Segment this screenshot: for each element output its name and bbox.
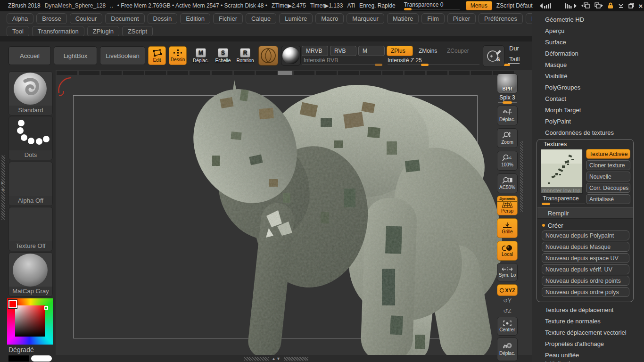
spix-knob[interactable] [503, 101, 512, 104]
section-visibilite[interactable]: Visibilité [545, 73, 567, 81]
section-morph-target[interactable]: Morph Target [545, 107, 581, 115]
antialiased-button[interactable]: Antialiasé [586, 194, 630, 204]
xyz-rotate-button[interactable]: XYZ [497, 284, 518, 296]
color-picker[interactable] [7, 298, 53, 345]
actual-size-button[interactable]: x1 100% [497, 151, 518, 171]
persp-button[interactable]: Dynamic Persp [497, 196, 518, 215]
menu-item-dessin[interactable]: Dessin [148, 13, 178, 24]
new-from-uv-check-button[interactable]: Nouveau depuis vérif. UV [542, 264, 629, 274]
zscript-status[interactable]: ZScript Défaut [496, 2, 533, 9]
section-deformation[interactable]: Déformation [545, 50, 578, 58]
taille-slider[interactable]: Taill [509, 56, 520, 63]
menu-item-calque[interactable]: Calque [246, 13, 276, 24]
durete-slider[interactable]: Dur [509, 45, 519, 52]
m-button[interactable]: M [358, 46, 385, 56]
tray-resize-arrows[interactable]: ▲▼ [272, 356, 281, 361]
current-material-thumbnail[interactable]: MatCap Gray [8, 252, 53, 296]
right-tray-scrollbar[interactable] [520, 141, 523, 212]
menu-item-tool[interactable]: Tool [7, 26, 29, 37]
move-button[interactable]: M Déplac. [191, 46, 211, 65]
edit-button[interactable]: Edit [148, 46, 166, 65]
menu-item-fichier[interactable]: Fichier [213, 13, 243, 24]
rgb-intensity-slider[interactable]: Intensité RVB [304, 57, 338, 64]
move-3d-button[interactable]: Déplac. [497, 337, 518, 361]
lightbox-button[interactable]: LightBox [54, 46, 97, 65]
grille-button[interactable]: Grille [497, 218, 518, 238]
section-display-properties[interactable]: Propriétés d'affichage [545, 340, 604, 349]
zplus-button[interactable]: ZPlus [387, 46, 413, 56]
scale-button[interactable]: S Echelle [213, 46, 233, 65]
spix-slider[interactable]: Spix 3 [497, 94, 518, 101]
menu-item-matiere[interactable]: Matière [387, 13, 419, 24]
new-texture-button[interactable]: Nouvelle [586, 172, 630, 181]
frame-center-button[interactable]: Centrer [497, 317, 518, 336]
lock-icon[interactable] [608, 2, 613, 9]
zmoins-button[interactable]: ZMoins [415, 46, 441, 56]
quick-save-button[interactable]: Enreg. Rapide [359, 2, 396, 9]
zcouper-button[interactable]: ZCouper [443, 46, 472, 56]
rgb-intensity-knob[interactable] [375, 64, 382, 66]
new-from-point-order-button[interactable]: Nouveau depuis ordre points [542, 276, 629, 286]
creer-subsection[interactable]: Créer [537, 220, 633, 231]
color-sv-field[interactable] [15, 305, 45, 337]
menu-item-macro[interactable]: Macro [315, 13, 344, 24]
switch-color-swatch[interactable] [31, 355, 52, 362]
liveboolean-button[interactable]: LiveBoolean [100, 46, 145, 65]
stroke-type-button[interactable]: S [483, 45, 504, 67]
menu-item-alpha[interactable]: Alpha [7, 13, 33, 24]
shrink-right-icon[interactable] [561, 3, 577, 9]
section-displacement[interactable]: Textures de déplacement [545, 306, 613, 315]
section-coordonnees[interactable]: Coordonnées de textures [545, 129, 614, 138]
tray-expand-right-icon[interactable]: ▸ [1, 181, 4, 185]
rotate-button[interactable]: R Rotation [235, 46, 255, 65]
restore-icon[interactable] [628, 3, 634, 8]
menu-item-edition[interactable]: Edition [180, 13, 210, 24]
shrink-left-icon[interactable] [540, 3, 556, 9]
new-from-uv-space-button[interactable]: Nouveau depuis espace UV [542, 253, 629, 263]
menu-item-brosse[interactable]: Brosse [36, 13, 66, 24]
zoom-document-button[interactable]: Zoom [497, 128, 518, 148]
current-color-swatch[interactable] [8, 300, 17, 308]
menu-item-film[interactable]: Film [421, 13, 445, 24]
sym-lock-button[interactable]: Sym. Lo [497, 263, 518, 281]
rotate-z-icon[interactable]: ↺Z [497, 308, 518, 314]
texture-transparence-slider[interactable]: Transparence [543, 195, 579, 202]
bottom-tray-handle[interactable] [244, 357, 269, 361]
current-material-button[interactable] [281, 46, 301, 66]
menu-item-preferences[interactable]: Préférences [479, 13, 523, 24]
section-surface[interactable]: Surface [545, 39, 566, 47]
remplir-button[interactable]: Remplir [537, 207, 633, 219]
fix-seams-button[interactable]: Corr. Découpes [586, 183, 630, 193]
menu-item-picker[interactable]: Picker [447, 13, 476, 24]
clone-texture-button[interactable]: Cloner texture [586, 160, 630, 170]
section-initialisation[interactable]: Initialisation [545, 360, 577, 362]
transparence-knob[interactable] [404, 8, 412, 10]
section-polygroupes[interactable]: PolyGroupes [545, 84, 580, 92]
current-stroke-thumbnail[interactable]: Dots [8, 116, 53, 160]
transparence-slider[interactable]: Transparence 0 [404, 2, 460, 9]
textures-section-title[interactable]: Textures [544, 140, 567, 148]
menu-item-transformation[interactable]: Transformation [32, 26, 84, 37]
accueil-button[interactable]: Accueil [8, 46, 51, 65]
store-config-left-icon[interactable] [581, 2, 590, 9]
section-polypaint[interactable]: PolyPaint [545, 118, 571, 126]
menu-item-document[interactable]: Document [105, 13, 144, 24]
minimize-icon[interactable] [618, 3, 624, 8]
current-brush-button[interactable] [258, 46, 278, 66]
secondary-color-swatch[interactable] [8, 355, 29, 362]
gradient-label[interactable]: Dégradé [8, 346, 34, 354]
bottom-tray-handle2[interactable] [284, 357, 308, 361]
tray-collapse-left-icon[interactable]: ◂ [1, 188, 4, 192]
section-contact[interactable]: Contact [545, 95, 566, 104]
menu-item-zscript[interactable]: ZScript [122, 26, 153, 37]
texture-preview[interactable]: monster low top [541, 149, 583, 194]
store-config-right-icon[interactable] [594, 2, 603, 9]
menu-item-marqueur[interactable]: Marqueur [347, 13, 384, 24]
menu-item-couleur[interactable]: Couleur [70, 13, 103, 24]
texture-on-button[interactable]: Texture Activée [586, 149, 630, 159]
section-vector-displacement[interactable]: Texture déplacement vectoriel [545, 329, 627, 337]
menus-button[interactable]: Menus [466, 1, 492, 10]
close-icon[interactable]: × [639, 2, 643, 9]
new-from-poly-order-button[interactable]: Nouveau depuis ordre polys [542, 287, 629, 297]
menu-item-zplugin[interactable]: ZPlugin [87, 26, 119, 37]
